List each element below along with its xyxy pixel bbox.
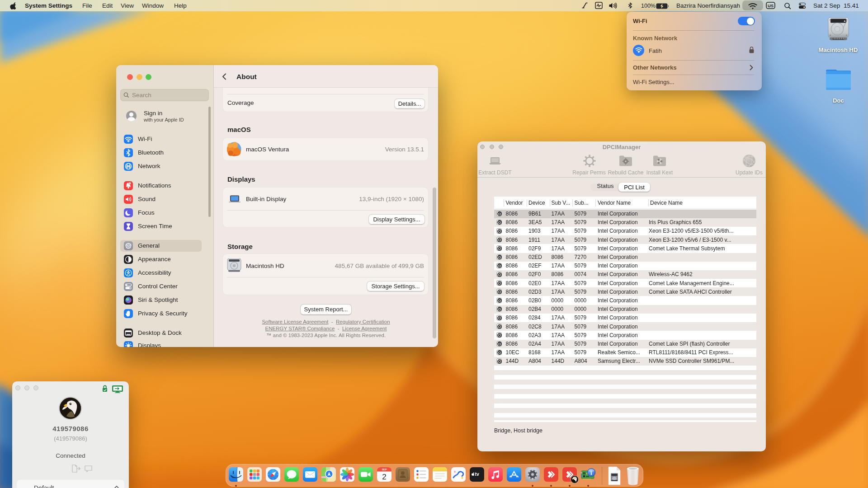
svg-text:tv: tv [475,471,479,477]
svg-text:2: 2 [382,473,386,481]
svg-text:US: US [768,3,774,8]
svg-text:i: i [590,469,592,476]
svg-text:SEP: SEP [382,468,387,471]
